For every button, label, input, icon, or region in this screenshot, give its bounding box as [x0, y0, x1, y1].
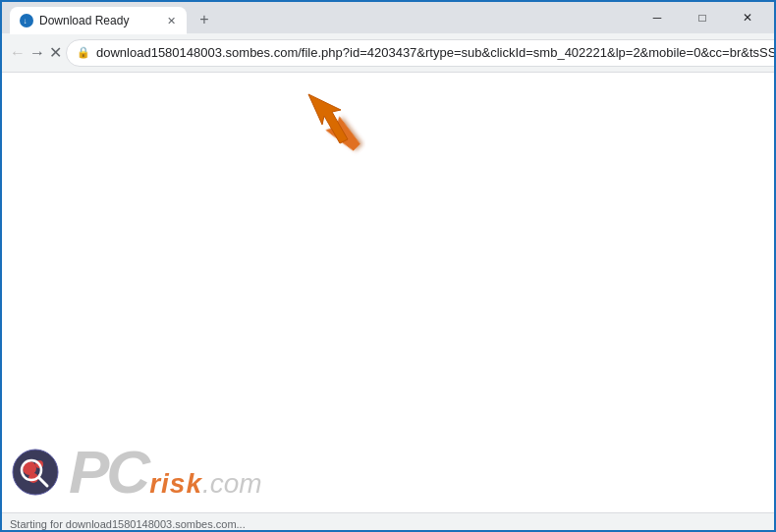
svg-point-4: [13, 450, 58, 495]
tab-title: Download Ready: [39, 14, 157, 27]
page-content: PC risk.com: [2, 73, 774, 512]
watermark: PC risk.com: [12, 442, 262, 503]
url-text: download1580148003.sombes.com/file.php?i…: [96, 45, 776, 60]
pc-label: PC: [69, 442, 147, 503]
window-controls: ─ □ ✕: [635, 2, 774, 33]
reload-button[interactable]: ✕: [49, 38, 62, 68]
tab-strip: ↓ Download Ready ✕ +: [2, 2, 635, 33]
svg-text:↓: ↓: [24, 17, 28, 26]
status-text: Starting for download1580148003.sombes.c…: [10, 518, 246, 530]
arrow-indicator: [306, 92, 365, 165]
toolbar: ← → ✕ 🔒 download1580148003.sombes.com/fi…: [2, 33, 774, 73]
active-tab[interactable]: ↓ Download Ready ✕: [10, 7, 187, 34]
close-button[interactable]: ✕: [725, 2, 770, 33]
arrow-svg: [306, 92, 365, 161]
tab-close-button[interactable]: ✕: [163, 13, 179, 28]
pcrisk-logo: [12, 449, 59, 496]
risk-label: risk.com: [149, 470, 262, 498]
statusbar: Starting for download1580148003.sombes.c…: [2, 512, 774, 532]
svg-marker-3: [308, 94, 348, 143]
titlebar: ↓ Download Ready ✕ + ─ □ ✕: [2, 2, 774, 33]
maximize-button[interactable]: □: [680, 2, 725, 33]
back-icon: ←: [10, 44, 26, 62]
reload-icon: ✕: [49, 43, 62, 62]
forward-icon: →: [29, 44, 45, 62]
address-bar[interactable]: 🔒 download1580148003.sombes.com/file.php…: [66, 39, 776, 67]
lock-icon: 🔒: [77, 46, 90, 59]
tab-favicon: ↓: [20, 14, 33, 27]
forward-button[interactable]: →: [29, 38, 45, 68]
watermark-text: PC risk.com: [69, 442, 262, 503]
minimize-button[interactable]: ─: [635, 2, 680, 33]
new-tab-button[interactable]: +: [191, 6, 218, 33]
back-button[interactable]: ←: [10, 38, 26, 68]
